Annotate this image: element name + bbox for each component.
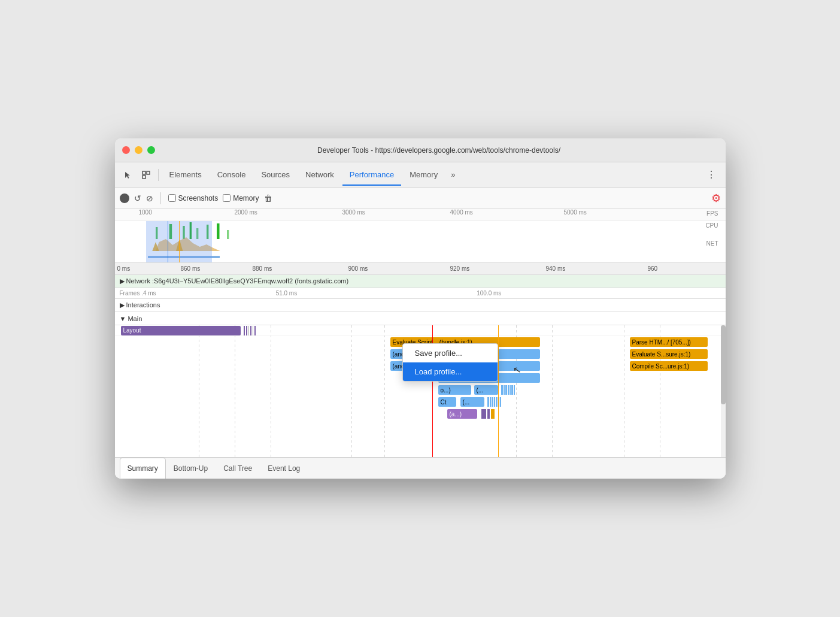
trash-button[interactable]: 🗑	[264, 193, 272, 203]
tab-bottom-up[interactable]: Bottom-Up	[166, 458, 216, 479]
paren2-block[interactable]: (...	[460, 397, 484, 407]
scrollbar-thumb[interactable]	[721, 325, 726, 404]
tab-summary[interactable]: Summary	[120, 458, 166, 479]
interactions-label: ▶ Interactions	[120, 301, 160, 309]
load-profile-item[interactable]: Load profile...	[403, 362, 498, 381]
main-thread-label: ▼ Main	[120, 315, 142, 322]
tab-more[interactable]: »	[446, 170, 460, 179]
mark-0ms: 0 ms	[117, 265, 131, 272]
time-ruler-detail: 0 ms 860 ms 880 ms 900 ms 920 ms 940 ms …	[115, 263, 726, 275]
fps-label: FPS	[706, 210, 718, 217]
network-row[interactable]: ▶ Network :S6g4U3t–Y5UEw0IE80llgEseQY3FE…	[115, 275, 726, 288]
ruler-5000: 5000 ms	[564, 209, 587, 216]
compile-sc-block[interactable]: Compile Sc...ure.js:1)	[630, 361, 708, 371]
flame-row-o: o...) (...	[115, 385, 726, 396]
tab-event-log[interactable]: Event Log	[260, 458, 308, 479]
orange-marker	[498, 325, 499, 457]
mark-880ms: 880 ms	[253, 265, 272, 272]
tab-network[interactable]: Network	[298, 164, 341, 186]
parse-html-block[interactable]: Parse HTM.../ [705...])	[630, 337, 708, 347]
minimize-button[interactable]	[135, 146, 142, 154]
frames-right: 100.0 ms	[477, 290, 501, 297]
inspect-icon[interactable]	[138, 167, 154, 183]
small-ticks-3	[481, 409, 495, 419]
context-menu: Save profile... Load profile...	[402, 343, 498, 382]
main-thread-header[interactable]: ▼ Main	[115, 312, 726, 325]
reload-button[interactable]: ↺	[134, 193, 141, 203]
tab-elements[interactable]: Elements	[162, 164, 209, 186]
screenshots-checkbox-label[interactable]: Screenshots	[168, 194, 219, 202]
svg-rect-0	[142, 171, 145, 174]
small-ticks-1	[501, 385, 515, 395]
bottom-tabs: Summary Bottom-Up Call Tree Event Log	[115, 457, 726, 479]
ruler-4000: 4000 ms	[450, 209, 473, 216]
flame-row-a: (a...)	[115, 409, 726, 420]
ruler-3000: 3000 ms	[342, 209, 365, 216]
stop-button[interactable]: ⊘	[146, 193, 153, 203]
frames-mid: 51.0 ms	[276, 290, 298, 297]
net-label: NET	[706, 240, 718, 247]
tab-performance[interactable]: Performance	[342, 164, 401, 186]
devtools-window: Developer Tools - https://developers.goo…	[115, 138, 726, 479]
maximize-button[interactable]	[147, 146, 155, 154]
mark-920ms: 920 ms	[450, 265, 470, 272]
ruler-2000: 2000 ms	[235, 209, 257, 216]
frames-label: Frames .4 ms	[120, 290, 156, 297]
perf-toolbar: ↺ ⊘ Screenshots Memory 🗑 ⚙	[115, 187, 726, 209]
timeline-overview[interactable]: 1000 2000 ms 3000 ms 4000 ms 5000 ms FPS	[115, 209, 726, 263]
cursor-arrow: ↖	[512, 364, 521, 376]
frames-row: Frames .4 ms 51.0 ms 100.0 ms	[115, 288, 726, 299]
ct-block[interactable]: Ct	[438, 397, 456, 407]
main-content: 0 ms 860 ms 880 ms 900 ms 920 ms 940 ms …	[115, 263, 726, 479]
mark-900ms: 900 ms	[348, 265, 368, 272]
mark-960ms: 960	[648, 265, 658, 272]
window-title: Developer Tools - https://developers.goo…	[160, 146, 718, 155]
screenshots-checkbox[interactable]	[168, 194, 176, 202]
layout-block[interactable]: Layout	[121, 326, 241, 335]
mark-940ms: 940 ms	[546, 265, 566, 272]
titlebar: Developer Tools - https://developers.goo…	[115, 138, 726, 162]
toolbar-divider	[158, 169, 159, 181]
flame-chart-area[interactable]: Layout Evaluate Script... (bundle.js:1)	[115, 325, 726, 457]
record-button[interactable]	[120, 193, 129, 203]
memory-checkbox-label[interactable]: Memory	[223, 194, 259, 202]
interactions-row[interactable]: ▶ Interactions	[115, 299, 726, 312]
tab-sources[interactable]: Sources	[254, 164, 297, 186]
perf-divider	[160, 192, 161, 204]
evaluate-s-block[interactable]: Evaluate S...sure.js:1)	[630, 349, 708, 359]
layout-ticks	[244, 326, 256, 335]
paren1-block[interactable]: (...	[474, 385, 498, 395]
mark-860ms: 860 ms	[181, 265, 201, 272]
flame-row-layout: Layout	[115, 325, 726, 336]
o-block[interactable]: o...)	[438, 385, 471, 395]
svg-rect-1	[147, 171, 150, 174]
menu-dots[interactable]: ⋮	[702, 169, 721, 180]
save-profile-item[interactable]: Save profile...	[403, 344, 498, 362]
toolbar: Elements Console Sources Network Perform…	[115, 162, 726, 187]
scrollbar[interactable]	[721, 325, 726, 457]
network-label: ▶ Network :S6g4U3t–Y5UEw0IE80llgEseQY3FE…	[120, 277, 349, 285]
flame-row-ct: Ct (...	[115, 397, 726, 408]
tab-memory[interactable]: Memory	[402, 164, 445, 186]
small-ticks-2	[487, 397, 501, 407]
settings-button[interactable]: ⚙	[711, 192, 721, 205]
cursor-icon[interactable]	[120, 167, 137, 183]
tab-call-tree[interactable]: Call Tree	[216, 458, 260, 479]
a-block[interactable]: (a...)	[447, 409, 477, 419]
close-button[interactable]	[122, 146, 130, 154]
tab-console[interactable]: Console	[210, 164, 253, 186]
ruler-1000: 1000	[139, 209, 152, 216]
svg-rect-2	[142, 176, 145, 179]
cpu-label: CPU	[705, 222, 718, 229]
memory-checkbox[interactable]	[223, 194, 231, 202]
